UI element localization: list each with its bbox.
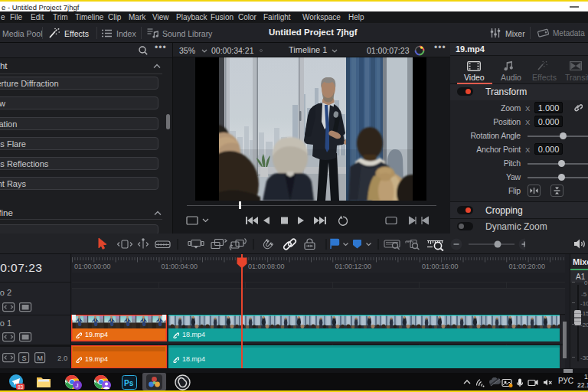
svg-text:S: S xyxy=(22,354,27,362)
svg-text:01:00:20:00: 01:00:20:00 xyxy=(509,263,546,270)
svg-text:J: J xyxy=(76,382,79,389)
svg-text:83: 83 xyxy=(18,384,24,390)
svg-text:01:00:16:00: 01:00:16:00 xyxy=(422,263,459,270)
svg-text:01:00:08:00: 01:00:08:00 xyxy=(248,263,285,270)
svg-text:Ps: Ps xyxy=(124,379,134,387)
svg-text:01:00:00:00: 01:00:00:00 xyxy=(74,263,111,270)
svg-text:01:00:12:00: 01:00:12:00 xyxy=(335,263,372,270)
svg-text:01:00:04:00: 01:00:04:00 xyxy=(162,263,198,270)
svg-text:2.0: 2.0 xyxy=(57,354,67,362)
svg-text:M: M xyxy=(38,354,44,362)
